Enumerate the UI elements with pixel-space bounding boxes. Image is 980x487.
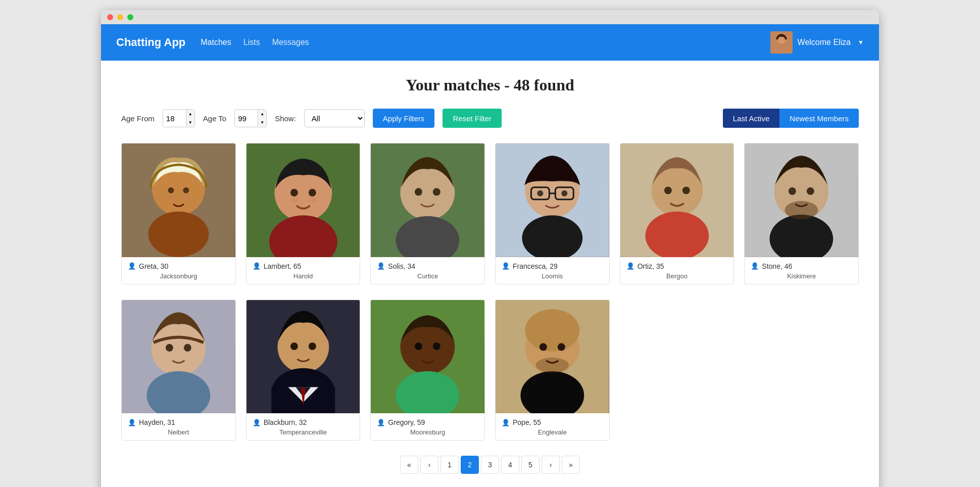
- member-info-solis: 👤 Solis, 34 Curtice: [371, 257, 484, 284]
- member-location-hayden: Neibert: [128, 428, 229, 436]
- nav-lists[interactable]: Lists: [243, 38, 260, 47]
- svg-point-15: [290, 189, 298, 197]
- age-to-up[interactable]: ▲: [258, 110, 266, 118]
- sort-last-active-button[interactable]: Last Active: [723, 109, 780, 128]
- members-grid-row1: 👤 Greta, 30 Jacksonburg: [121, 143, 859, 284]
- apply-filters-button[interactable]: Apply Filters: [373, 109, 435, 128]
- person-icon-pope: 👤: [502, 419, 510, 426]
- member-location-lambert: Harold: [253, 272, 354, 280]
- age-from-up[interactable]: ▲: [186, 110, 194, 118]
- svg-point-10: [182, 196, 190, 200]
- svg-point-41: [789, 187, 796, 195]
- member-location-francesca: Loomis: [502, 272, 603, 280]
- app-window: Chatting App Matches Lists Messages Welc…: [101, 10, 879, 487]
- member-card-solis[interactable]: 👤 Solis, 34 Curtice: [370, 143, 485, 284]
- svg-point-62: [525, 309, 579, 352]
- member-photo-solis: [371, 143, 484, 257]
- member-info-greta: 👤 Greta, 30 Jacksonburg: [122, 257, 235, 284]
- member-card-francesca[interactable]: 👤 Francesca, 29 Loomis: [495, 143, 610, 284]
- age-from-down[interactable]: ▼: [186, 118, 194, 127]
- member-card-greta[interactable]: 👤 Greta, 30 Jacksonburg: [121, 143, 236, 284]
- member-name-pope: Pope, 55: [513, 418, 541, 426]
- user-avatar[interactable]: [770, 31, 793, 54]
- svg-point-57: [415, 343, 422, 350]
- navbar: Chatting App Matches Lists Messages Welc…: [101, 24, 879, 61]
- member-name-row-francesca: 👤 Francesca, 29: [502, 262, 603, 270]
- member-photo-hayden: [122, 300, 235, 414]
- member-card-ortiz[interactable]: 👤 Ortiz, 35 Bergoo: [620, 143, 734, 284]
- member-card-pope[interactable]: 👤 Pope, 55 Englevale: [495, 300, 610, 441]
- page-5-button[interactable]: 5: [521, 456, 540, 474]
- member-card-stone[interactable]: 👤 Stone, 46 Kiskimere: [744, 143, 859, 284]
- member-photo-greta: [122, 143, 235, 257]
- age-to-down[interactable]: ▼: [258, 118, 266, 127]
- page-4-button[interactable]: 4: [501, 456, 519, 474]
- member-info-stone: 👤 Stone, 46 Kiskimere: [745, 257, 858, 284]
- member-name-lambert: Lambert, 65: [264, 262, 302, 270]
- svg-point-31: [561, 190, 567, 197]
- age-from-input[interactable]: [163, 110, 186, 127]
- reset-filter-button[interactable]: Reset Filter: [443, 109, 502, 128]
- member-location-gregory: Mooresburg: [377, 428, 478, 436]
- person-icon-francesca: 👤: [502, 262, 510, 270]
- member-name-hayden: Hayden, 31: [139, 418, 175, 426]
- person-icon-hayden: 👤: [128, 419, 136, 426]
- svg-point-22: [415, 188, 422, 196]
- sort-newest-button[interactable]: Newest Members: [779, 109, 859, 128]
- member-info-ortiz: 👤 Ortiz, 35 Bergoo: [620, 257, 734, 284]
- nav-messages[interactable]: Messages: [272, 38, 309, 47]
- person-icon-gregory: 👤: [377, 419, 385, 426]
- page-3-button[interactable]: 3: [481, 456, 499, 474]
- dropdown-arrow-icon[interactable]: ▼: [858, 39, 864, 46]
- nav-links: Matches Lists Messages: [201, 38, 770, 47]
- maximize-button[interactable]: [127, 14, 133, 20]
- svg-point-30: [537, 190, 543, 197]
- nav-matches[interactable]: Matches: [201, 38, 231, 47]
- person-icon-ortiz: 👤: [626, 262, 634, 270]
- svg-point-53: [308, 343, 316, 350]
- person-icon-greta: 👤: [128, 262, 136, 270]
- person-icon-lambert: 👤: [253, 262, 261, 270]
- age-to-input-wrapper: ▲ ▼: [234, 109, 267, 127]
- page-last-button[interactable]: »: [562, 456, 580, 474]
- svg-point-8: [183, 187, 189, 193]
- show-label: Show:: [275, 114, 296, 123]
- page-first-button[interactable]: «: [400, 456, 418, 474]
- svg-point-46: [166, 344, 173, 352]
- svg-point-16: [308, 189, 316, 197]
- svg-point-40: [785, 201, 818, 219]
- member-info-blackburn: 👤 Blackburn, 32 Temperanceville: [247, 413, 360, 440]
- page-2-button[interactable]: 2: [461, 456, 479, 474]
- age-to-input[interactable]: [235, 110, 258, 127]
- member-card-lambert[interactable]: 👤 Lambert, 65 Harold: [246, 143, 361, 284]
- svg-point-63: [540, 343, 547, 351]
- close-button[interactable]: [107, 14, 113, 20]
- welcome-text: Welcome Eliza: [798, 38, 851, 47]
- page-next-button[interactable]: ›: [542, 456, 560, 474]
- member-name-stone: Stone, 46: [762, 262, 792, 270]
- filter-bar: Age From ▲ ▼ Age To ▲ ▼ Show: All Male: [121, 109, 859, 128]
- members-grid-row2: 👤 Hayden, 31 Neibert: [121, 300, 859, 441]
- member-photo-blackburn: [247, 300, 360, 414]
- member-photo-francesca: [496, 143, 609, 257]
- member-name-row-gregory: 👤 Gregory, 59: [377, 418, 478, 426]
- show-select[interactable]: All Male Female: [304, 109, 365, 127]
- member-card-gregory[interactable]: 👤 Gregory, 59 Mooresburg: [370, 300, 485, 441]
- svg-point-35: [664, 186, 672, 194]
- member-name-ortiz: Ortiz, 35: [638, 262, 664, 270]
- member-name-solis: Solis, 34: [388, 262, 415, 270]
- member-location-greta: Jacksonburg: [128, 272, 229, 280]
- app-brand: Chatting App: [116, 36, 185, 49]
- member-name-row-blackburn: 👤 Blackburn, 32: [253, 418, 354, 426]
- person-icon-solis: 👤: [377, 262, 385, 270]
- page-1-button[interactable]: 1: [440, 456, 459, 474]
- svg-point-17: [289, 198, 299, 203]
- minimize-button[interactable]: [117, 14, 123, 20]
- page-prev-button[interactable]: ‹: [420, 456, 438, 474]
- sort-buttons: Last Active Newest Members: [723, 109, 859, 128]
- svg-point-18: [308, 198, 317, 203]
- member-location-solis: Curtice: [377, 272, 478, 280]
- member-card-hayden[interactable]: 👤 Hayden, 31 Neibert: [121, 300, 236, 441]
- member-name-row-greta: 👤 Greta, 30: [128, 262, 229, 270]
- member-card-blackburn[interactable]: 👤 Blackburn, 32 Temperanceville: [246, 300, 361, 441]
